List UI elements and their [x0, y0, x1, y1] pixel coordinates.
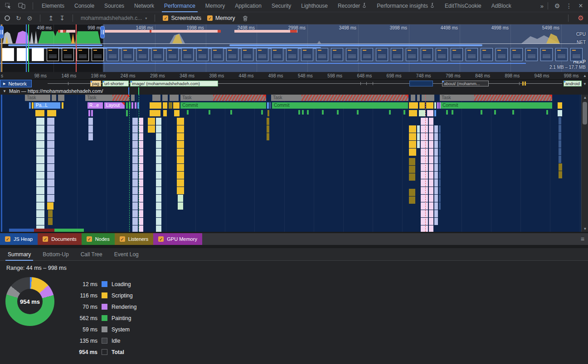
flame-event[interactable]	[434, 102, 436, 109]
flame-event-commit[interactable]: Commit	[272, 102, 408, 109]
detail-tab-bottom-up[interactable]: Bottom-Up	[37, 248, 74, 261]
flame-stack-segment[interactable]	[434, 156, 438, 163]
flame-stack-segment[interactable]	[139, 210, 143, 217]
flame-stack-segment[interactable]	[429, 225, 433, 232]
flame-event[interactable]	[174, 110, 180, 116]
flame-stack-segment[interactable]	[439, 164, 441, 171]
flame-stack-segment[interactable]	[156, 179, 161, 187]
flame-stack-segment[interactable]	[47, 187, 54, 194]
flame-stack-segment[interactable]	[47, 164, 54, 171]
flame-stack-segment[interactable]	[36, 187, 44, 194]
flame-stack-segment[interactable]	[434, 148, 438, 156]
flame-stack-segment[interactable]	[434, 133, 438, 140]
filmstrip-thumbnail[interactable]	[540, 48, 553, 61]
flame-stack-segment[interactable]	[132, 164, 138, 171]
filmstrip-thumbnail[interactable]	[510, 48, 523, 61]
flame-tick[interactable]	[357, 110, 359, 115]
counter-listeners[interactable]: ✓Listeners	[115, 233, 154, 245]
flame-stack-segment[interactable]	[409, 158, 415, 165]
flame-stack-segment[interactable]	[559, 117, 561, 125]
flame-stack-segment[interactable]	[156, 225, 161, 232]
flame-stack-segment[interactable]	[47, 118, 54, 125]
flame-stack-segment[interactable]	[429, 133, 433, 140]
flame-stack-segment[interactable]	[156, 210, 161, 217]
flame-event[interactable]	[437, 102, 439, 109]
flame-event[interactable]	[91, 110, 93, 116]
flame-event-commit[interactable]: Commit	[441, 102, 552, 109]
tab-application[interactable]: Application	[230, 0, 267, 12]
flame-tick[interactable]	[494, 110, 496, 115]
flame-stack-segment[interactable]	[156, 141, 161, 148]
flame-tick[interactable]	[187, 110, 189, 115]
flame-stack-segment[interactable]	[178, 202, 183, 210]
settings-gear-icon[interactable]: ⚙	[553, 1, 562, 10]
flame-stack-segment[interactable]	[139, 141, 143, 148]
flame-event[interactable]	[62, 102, 63, 109]
upload-profile-icon[interactable]: ↥	[48, 15, 53, 21]
reload-and-record-icon[interactable]: ↻	[16, 15, 21, 21]
filmstrip-thumbnail[interactable]	[496, 48, 508, 61]
network-request[interactable]: android	[564, 81, 582, 86]
flame-stack-segment[interactable]	[409, 148, 416, 156]
filmstrip-thumbnail[interactable]	[136, 48, 149, 61]
flame-event-pal[interactable]: Pa...L	[34, 102, 60, 109]
flame-stack-segment[interactable]	[559, 140, 561, 148]
flame-stack-segment[interactable]	[139, 164, 143, 171]
network-request[interactable]: about/ (mohamm...	[442, 81, 489, 86]
flame-stack-segment[interactable]	[409, 189, 415, 196]
network-request[interactable]: image/ (mohammadshehadeh.com)	[130, 81, 218, 86]
flame-stack-segment[interactable]	[429, 187, 433, 194]
flame-stack-segment[interactable]	[421, 133, 428, 140]
filmstrip-thumbnail[interactable]	[391, 48, 403, 61]
tab-editthiscookie[interactable]: EditThisCookie	[440, 0, 486, 12]
flame-stack-segment[interactable]	[139, 125, 143, 133]
scroll-up-icon[interactable]: ▲	[583, 74, 587, 78]
filmstrip-thumbnail[interactable]	[331, 48, 343, 61]
scroll-up-icon[interactable]: ▲	[582, 96, 588, 100]
flame-stack-segment[interactable]	[132, 125, 138, 133]
flame-event-task[interactable]: Task	[440, 95, 552, 101]
main-flame-chart[interactable]: ▲ ▼ TaskTaskTaskTaskTaskPa...LR...eLayou…	[0, 95, 588, 232]
flame-stack-segment[interactable]	[47, 156, 54, 163]
flame-stack-segment[interactable]	[429, 172, 433, 179]
flame-event[interactable]	[173, 102, 180, 109]
flame-stack-segment[interactable]	[559, 148, 561, 155]
filmstrip-thumbnail[interactable]	[376, 48, 388, 61]
flame-stack-segment[interactable]	[421, 187, 428, 194]
flame-stack-segment[interactable]	[267, 133, 269, 140]
flame-event[interactable]	[170, 95, 179, 101]
clear-recording-icon[interactable]: ⊘	[27, 15, 33, 21]
flame-scrollbar[interactable]: ▲ ▼	[581, 95, 588, 232]
flame-event[interactable]	[126, 110, 128, 116]
flame-tick[interactable]	[298, 110, 300, 115]
flame-event[interactable]	[150, 102, 161, 109]
flame-stack-segment[interactable]	[132, 202, 138, 210]
flame-event-task[interactable]: Task	[180, 95, 266, 101]
flame-stack-segment[interactable]	[177, 187, 184, 194]
flame-stack-segment[interactable]	[47, 148, 54, 156]
flame-stack-segment[interactable]	[421, 148, 428, 156]
flame-stack-segment[interactable]	[47, 125, 54, 133]
flame-stack-segment[interactable]	[148, 125, 155, 133]
counters-menu-icon[interactable]: ≡	[581, 233, 588, 245]
screenshots-checkbox[interactable]: ✓ Screenshots	[163, 15, 201, 21]
flame-event[interactable]	[152, 95, 160, 101]
flame-stack-segment[interactable]	[439, 202, 441, 210]
tab-performance-insights[interactable]: Performance insights	[372, 0, 440, 12]
filmstrip-thumbnail[interactable]	[62, 48, 74, 61]
flame-event[interactable]	[32, 102, 34, 109]
filmstrip-thumbnail[interactable]	[346, 48, 358, 61]
flame-stack-segment[interactable]	[429, 125, 433, 133]
network-track-toggle[interactable]: ▶ Network	[0, 80, 32, 87]
tab-sources[interactable]: Sources	[99, 0, 129, 12]
counter-nodes[interactable]: ✓Nodes	[82, 233, 115, 245]
overview-window-right-handle[interactable]	[100, 26, 105, 38]
flame-stack-segment[interactable]	[177, 156, 184, 163]
flame-tick[interactable]	[403, 110, 405, 115]
flame-stack-segment[interactable]	[148, 118, 155, 125]
flame-event-task[interactable]: Task	[271, 95, 408, 101]
tab-memory[interactable]: Memory	[200, 0, 230, 12]
flame-stack-segment[interactable]	[439, 133, 441, 140]
flame-event[interactable]	[417, 95, 420, 101]
flame-stack-segment[interactable]	[429, 195, 433, 202]
